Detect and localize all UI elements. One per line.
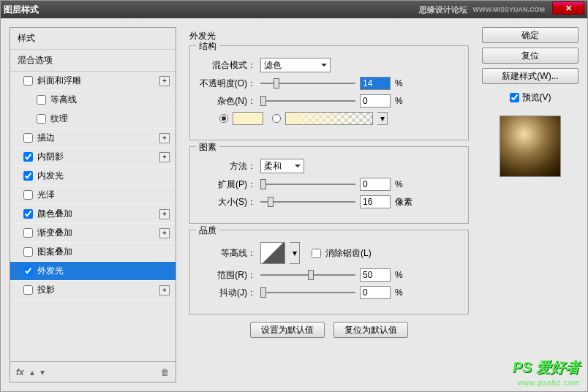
- close-button[interactable]: ✕: [552, 1, 584, 15]
- spread-slider[interactable]: [260, 178, 355, 190]
- contour-dropdown-icon[interactable]: ▾: [290, 242, 300, 264]
- solid-color-radio[interactable]: [219, 114, 228, 123]
- method-select[interactable]: 柔和: [260, 159, 304, 173]
- style-item-9[interactable]: 图案叠加: [10, 243, 176, 262]
- style-label: 等高线: [50, 94, 170, 106]
- style-label: 内发光: [37, 170, 170, 182]
- preview-checkbox[interactable]: [510, 93, 519, 102]
- add-effect-button[interactable]: +: [159, 209, 170, 219]
- opacity-slider[interactable]: [260, 78, 355, 89]
- ok-button[interactable]: 确定: [482, 27, 578, 43]
- contour-label: 等高线：: [199, 247, 256, 260]
- method-label: 方法：: [199, 160, 256, 173]
- cancel-button[interactable]: 复位: [482, 48, 578, 64]
- style-item-5[interactable]: 内发光: [10, 167, 176, 186]
- window-title: 图层样式: [4, 4, 419, 16]
- style-label: 纹理: [50, 113, 170, 125]
- style-checkbox[interactable]: [23, 209, 33, 219]
- preview-thumb: [500, 116, 561, 177]
- style-label: 光泽: [37, 189, 170, 201]
- style-item-6[interactable]: 光泽: [10, 186, 176, 205]
- style-item-0[interactable]: 斜面和浮雕+: [10, 72, 176, 91]
- blendmode-select[interactable]: 滤色: [260, 58, 331, 72]
- style-item-11[interactable]: 投影+: [10, 281, 176, 300]
- gradient-dropdown-icon[interactable]: ▾: [377, 112, 388, 125]
- spread-label: 扩展(P)：: [199, 178, 256, 191]
- section-title: 外发光: [189, 30, 469, 42]
- color-swatch[interactable]: [233, 112, 263, 125]
- style-checkbox[interactable]: [23, 247, 33, 257]
- jitter-slider[interactable]: [260, 287, 355, 298]
- styles-footer: fx ▴ ▾ 🗑: [10, 361, 176, 382]
- style-item-2[interactable]: 纹理: [10, 110, 176, 129]
- gradient-swatch[interactable]: [285, 112, 373, 125]
- style-label: 图案叠加: [37, 246, 170, 258]
- style-checkbox[interactable]: [23, 152, 33, 162]
- range-input[interactable]: 50: [360, 268, 391, 282]
- styles-panel: 样式 混合选项 斜面和浮雕+等高线纹理描边+内阴影+内发光光泽颜色叠加+渐变叠加…: [10, 27, 176, 382]
- style-checkbox[interactable]: [23, 285, 33, 295]
- elements-group: 图素 方法： 柔和 扩展(P)： 0 % 大小(S)： 16 像素: [189, 146, 469, 224]
- reset-default-button[interactable]: 复位为默认值: [333, 322, 408, 338]
- style-checkbox[interactable]: [23, 228, 33, 238]
- style-item-3[interactable]: 描边+: [10, 129, 176, 148]
- action-panel: 确定 复位 新建样式(W)... 预览(V): [482, 27, 578, 382]
- style-checkbox[interactable]: [23, 190, 33, 200]
- style-item-7[interactable]: 颜色叠加+: [10, 205, 176, 224]
- antialias-checkbox[interactable]: [312, 249, 321, 258]
- add-effect-button[interactable]: +: [159, 228, 170, 238]
- range-slider[interactable]: [260, 269, 355, 281]
- blend-options-header[interactable]: 混合选项: [10, 50, 176, 72]
- titlebar: 图层样式 思缘设计论坛 WWW.MISSYUAN.COM ✕: [1, 1, 587, 18]
- style-checkbox[interactable]: [37, 114, 46, 124]
- styles-header[interactable]: 样式: [10, 28, 176, 50]
- quality-group: 品质 等高线： ▾ 消除锯齿(L) 范围(R)： 50 % 抖动(J)：: [189, 230, 469, 314]
- style-label: 内阴影: [37, 151, 159, 163]
- size-label: 大小(S)：: [199, 196, 256, 208]
- style-label: 投影: [37, 284, 159, 296]
- noise-slider[interactable]: [260, 95, 355, 107]
- titlebar-url: WWW.MISSYUAN.COM: [473, 6, 546, 13]
- size-input[interactable]: 16: [360, 195, 391, 208]
- fx-icon[interactable]: fx: [16, 367, 24, 377]
- style-label: 外发光: [37, 265, 170, 277]
- antialias-label: 消除锯齿(L): [325, 247, 372, 260]
- style-item-1[interactable]: 等高线: [10, 91, 176, 110]
- noise-input[interactable]: 0: [360, 94, 391, 108]
- new-style-button[interactable]: 新建样式(W)...: [482, 68, 578, 84]
- style-checkbox[interactable]: [37, 95, 46, 105]
- contour-picker[interactable]: [260, 242, 285, 264]
- style-item-8[interactable]: 渐变叠加+: [10, 224, 176, 243]
- jitter-label: 抖动(J)：: [199, 287, 256, 299]
- opacity-label: 不透明度(O)：: [199, 78, 256, 90]
- style-label: 颜色叠加: [37, 208, 159, 220]
- trash-icon[interactable]: 🗑: [161, 367, 170, 377]
- quality-legend: 品质: [196, 225, 219, 237]
- add-effect-button[interactable]: +: [159, 76, 170, 86]
- preview-label: 预览(V): [522, 91, 551, 104]
- style-item-10[interactable]: 外发光: [10, 262, 176, 281]
- spread-input[interactable]: 0: [360, 178, 391, 191]
- style-checkbox[interactable]: [23, 171, 33, 181]
- up-icon[interactable]: ▴: [30, 367, 34, 377]
- set-default-button[interactable]: 设置为默认值: [250, 322, 325, 338]
- down-icon[interactable]: ▾: [40, 367, 45, 377]
- noise-label: 杂色(N)：: [199, 95, 256, 108]
- style-label: 渐变叠加: [37, 227, 159, 239]
- gradient-radio[interactable]: [272, 114, 281, 123]
- style-checkbox[interactable]: [23, 266, 33, 276]
- style-label: 描边: [37, 132, 159, 144]
- settings-panel: 外发光 结构 混合模式： 滤色 不透明度(O)： 14 % 杂色(N)： 0: [184, 27, 475, 382]
- opacity-input[interactable]: 14: [360, 77, 391, 90]
- forum-label: 思缘设计论坛: [419, 4, 467, 15]
- jitter-input[interactable]: 0: [360, 286, 391, 299]
- structure-group: 结构 混合模式： 滤色 不透明度(O)： 14 % 杂色(N)： 0 %: [189, 45, 469, 140]
- add-effect-button[interactable]: +: [159, 285, 170, 295]
- style-label: 斜面和浮雕: [37, 75, 159, 87]
- size-slider[interactable]: [260, 196, 355, 208]
- add-effect-button[interactable]: +: [159, 133, 170, 143]
- style-checkbox[interactable]: [23, 76, 33, 86]
- style-checkbox[interactable]: [23, 133, 33, 143]
- style-item-4[interactable]: 内阴影+: [10, 148, 176, 167]
- add-effect-button[interactable]: +: [159, 152, 170, 162]
